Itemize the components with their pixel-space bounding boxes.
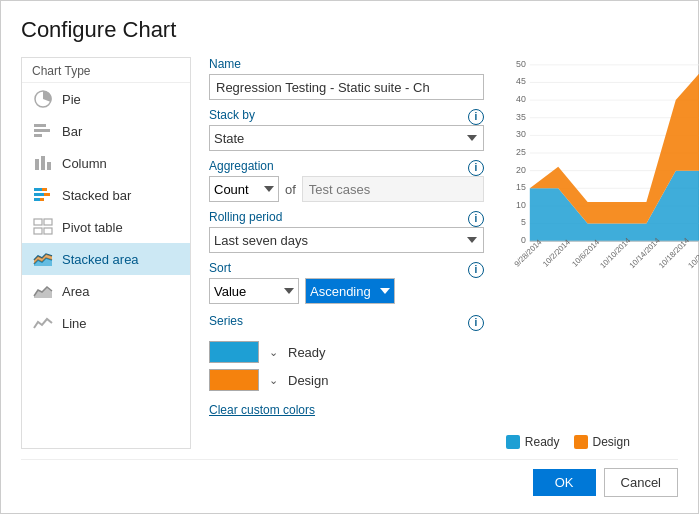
configure-chart-dialog: Configure Chart Chart Type Pie (0, 0, 699, 514)
series-label: Series (209, 314, 243, 328)
svg-rect-10 (44, 193, 50, 196)
series-ready-name: Ready (288, 345, 326, 360)
series-ready-color[interactable] (209, 341, 259, 363)
area-icon (32, 282, 54, 300)
sort-order-select[interactable]: Ascending (305, 278, 395, 304)
series-design-name: Design (288, 373, 328, 388)
chart-type-panel: Chart Type Pie (21, 57, 191, 449)
series-item-design: ⌄ Design (209, 369, 484, 391)
svg-rect-12 (40, 198, 44, 201)
svg-rect-15 (34, 228, 42, 234)
svg-text:15: 15 (516, 182, 526, 192)
svg-rect-2 (34, 129, 50, 132)
sort-label: Sort (209, 261, 231, 275)
clear-colors-link[interactable]: Clear custom colors (209, 403, 484, 417)
svg-rect-5 (41, 156, 45, 170)
chart-type-area-label: Area (62, 284, 89, 299)
cancel-button[interactable]: Cancel (604, 468, 678, 497)
series-ready-chevron[interactable]: ⌄ (269, 346, 278, 359)
dialog-title: Configure Chart (21, 17, 678, 43)
legend-design-label: Design (593, 435, 630, 449)
rolling-period-select[interactable]: Last seven days (209, 227, 484, 253)
chart-preview-panel: 50 45 40 35 30 25 20 15 10 5 0 (502, 57, 699, 449)
chart-type-column-label: Column (62, 156, 107, 171)
svg-rect-9 (34, 193, 44, 196)
svg-text:9/28/2014: 9/28/2014 (512, 237, 543, 268)
chart-type-pie-label: Pie (62, 92, 81, 107)
svg-rect-6 (47, 162, 51, 170)
svg-text:40: 40 (516, 94, 526, 104)
dialog-body: Chart Type Pie (21, 57, 678, 449)
svg-text:20: 20 (516, 165, 526, 175)
svg-text:30: 30 (516, 129, 526, 139)
rolling-period-info-icon[interactable]: i (468, 211, 484, 227)
chart-type-stacked-bar-label: Stacked bar (62, 188, 131, 203)
chart-type-pie[interactable]: Pie (22, 83, 190, 115)
chart-type-pivot-label: Pivot table (62, 220, 123, 235)
svg-rect-4 (35, 159, 39, 170)
chart-type-column[interactable]: Column (22, 147, 190, 179)
svg-text:5: 5 (521, 217, 526, 227)
chart-svg: 50 45 40 35 30 25 20 15 10 5 0 (502, 57, 699, 297)
sort-info-icon[interactable]: i (468, 262, 484, 278)
sort-value-select[interactable]: Value (209, 278, 299, 304)
chart-type-area[interactable]: Area (22, 275, 190, 307)
svg-rect-8 (42, 188, 47, 191)
svg-text:50: 50 (516, 59, 526, 69)
svg-text:45: 45 (516, 76, 526, 86)
name-input[interactable] (209, 74, 484, 100)
column-icon (32, 154, 54, 172)
legend-design-color (574, 435, 588, 449)
name-label: Name (209, 57, 241, 71)
legend-item-ready: Ready (506, 435, 560, 449)
chart-area: 50 45 40 35 30 25 20 15 10 5 0 (502, 57, 699, 429)
chart-type-header: Chart Type (22, 58, 190, 83)
legend-ready-label: Ready (525, 435, 560, 449)
svg-rect-11 (34, 198, 40, 201)
chart-type-stacked-bar[interactable]: Stacked bar (22, 179, 190, 211)
legend-ready-color (506, 435, 520, 449)
stack-by-info-icon[interactable]: i (468, 109, 484, 125)
pie-icon (32, 90, 54, 108)
line-icon (32, 314, 54, 332)
series-section: ⌄ Ready ⌄ Design (209, 341, 484, 397)
agg-select[interactable]: Count (209, 176, 279, 202)
chart-type-line[interactable]: Line (22, 307, 190, 339)
agg-label-row: Aggregation i (209, 159, 484, 176)
ok-button[interactable]: OK (533, 469, 596, 496)
svg-text:10/2/2014: 10/2/2014 (541, 237, 572, 268)
sort-row: Value Ascending (209, 278, 484, 304)
sort-label-row: Sort i (209, 261, 484, 278)
chart-type-bar-label: Bar (62, 124, 82, 139)
svg-rect-1 (34, 124, 46, 127)
series-design-color[interactable] (209, 369, 259, 391)
series-design-chevron[interactable]: ⌄ (269, 374, 278, 387)
chart-type-stacked-area-label: Stacked area (62, 252, 139, 267)
stack-by-label: Stack by (209, 108, 255, 122)
config-panel: Name Stack by i State Aggregation i Coun… (191, 57, 502, 449)
svg-rect-3 (34, 134, 42, 137)
agg-row: Count of (209, 176, 484, 202)
svg-rect-13 (34, 219, 42, 225)
stack-by-label-row: Stack by i (209, 108, 484, 125)
svg-text:10: 10 (516, 200, 526, 210)
svg-text:35: 35 (516, 112, 526, 122)
svg-rect-14 (44, 219, 52, 225)
chart-type-pivot-table[interactable]: Pivot table (22, 211, 190, 243)
chart-type-stacked-area[interactable]: Stacked area (22, 243, 190, 275)
bar-icon (32, 122, 54, 140)
svg-rect-16 (44, 228, 52, 234)
name-label-row: Name (209, 57, 484, 74)
rolling-period-label: Rolling period (209, 210, 282, 224)
chart-legend: Ready Design (502, 435, 699, 449)
legend-item-design: Design (574, 435, 630, 449)
pivot-icon (32, 218, 54, 236)
stacked-bar-icon (32, 186, 54, 204)
series-info-icon[interactable]: i (468, 315, 484, 331)
stack-by-select[interactable]: State (209, 125, 484, 151)
chart-type-bar[interactable]: Bar (22, 115, 190, 147)
svg-text:25: 25 (516, 147, 526, 157)
agg-field-input (302, 176, 484, 202)
rolling-period-label-row: Rolling period i (209, 210, 484, 227)
agg-info-icon[interactable]: i (468, 160, 484, 176)
